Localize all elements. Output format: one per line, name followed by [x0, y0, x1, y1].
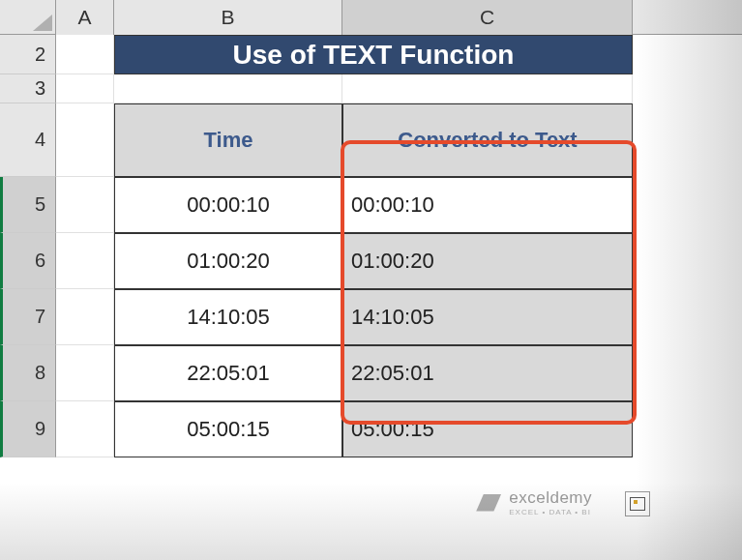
- watermark: exceldemy EXCEL • DATA • BI: [476, 488, 592, 516]
- cell-b9[interactable]: 05:00:15: [114, 401, 342, 457]
- cell-a7[interactable]: [56, 289, 114, 345]
- row-header-2[interactable]: 2: [0, 35, 56, 74]
- cell-grid: Use of TEXT Function Time Converted to T…: [56, 35, 742, 560]
- cell-b7[interactable]: 14:10:05: [114, 289, 342, 345]
- title-cell[interactable]: Use of TEXT Function: [114, 35, 633, 74]
- cell-c7[interactable]: 14:10:05: [342, 289, 633, 345]
- row-header-7[interactable]: 7: [0, 289, 56, 345]
- cell-a2[interactable]: [56, 35, 114, 74]
- cell-a4[interactable]: [56, 103, 114, 177]
- cell-b6[interactable]: 01:00:20: [114, 233, 342, 289]
- cell-c8[interactable]: 22:05:01: [342, 345, 633, 401]
- cell-c9[interactable]: 05:00:15: [342, 401, 633, 457]
- cell-c6[interactable]: 01:00:20: [342, 233, 633, 289]
- cell-a9[interactable]: [56, 401, 114, 457]
- column-header-b[interactable]: B: [114, 0, 342, 35]
- column-header-c[interactable]: C: [342, 0, 633, 35]
- row-header-8[interactable]: 8: [0, 345, 56, 401]
- watermark-logo-icon: [476, 494, 501, 512]
- cell-c5[interactable]: 00:00:10: [342, 177, 633, 233]
- cell-a5[interactable]: [56, 177, 114, 233]
- row-header-4[interactable]: 4: [0, 103, 56, 177]
- cell-c3[interactable]: [342, 74, 633, 103]
- watermark-name: exceldemy: [509, 488, 592, 508]
- quick-analysis-button[interactable]: [625, 491, 650, 516]
- cell-a6[interactable]: [56, 233, 114, 289]
- cell-a3[interactable]: [56, 74, 114, 103]
- header-converted[interactable]: Converted to Text: [342, 103, 633, 177]
- row-header-3[interactable]: 3: [0, 74, 56, 103]
- header-time[interactable]: Time: [114, 103, 342, 177]
- row-header-9[interactable]: 9: [0, 401, 56, 457]
- spreadsheet-view: A B C 2 3 4 5 6 7 8 9 Use of TEXT Functi…: [0, 0, 742, 560]
- cell-b5[interactable]: 00:00:10: [114, 177, 342, 233]
- watermark-tag: EXCEL • DATA • BI: [509, 508, 592, 516]
- select-all-corner[interactable]: [0, 0, 56, 35]
- column-headers-row: A B C: [0, 0, 742, 35]
- cell-b3[interactable]: [114, 74, 342, 103]
- quick-analysis-icon: [630, 497, 645, 511]
- column-header-a[interactable]: A: [56, 0, 114, 35]
- cell-a8[interactable]: [56, 345, 114, 401]
- row-headers: 2 3 4 5 6 7 8 9: [0, 35, 56, 457]
- row-header-6[interactable]: 6: [0, 233, 56, 289]
- cell-b8[interactable]: 22:05:01: [114, 345, 342, 401]
- row-header-5[interactable]: 5: [0, 177, 56, 233]
